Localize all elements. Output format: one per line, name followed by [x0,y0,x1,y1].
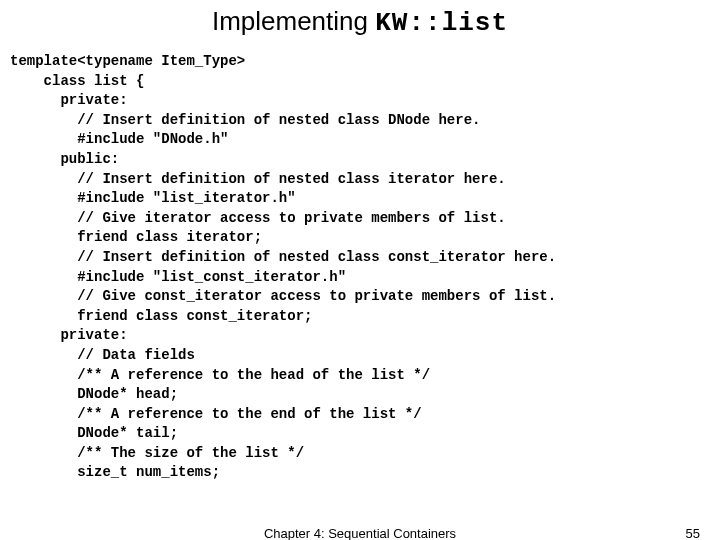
page-number: 55 [686,526,700,540]
code-line: /** A reference to the head of the list … [10,366,720,386]
code-line: // Give const_iterator access to private… [10,287,720,307]
code-line: DNode* tail; [10,424,720,444]
code-line: #include "DNode.h" [10,130,720,150]
code-line: friend class iterator; [10,228,720,248]
code-line: friend class const_iterator; [10,307,720,327]
slide-title: Implementing KW::list [0,6,720,38]
code-line: #include "list_const_iterator.h" [10,268,720,288]
code-line: // Insert definition of nested class DNo… [10,111,720,131]
code-line: size_t num_items; [10,463,720,483]
code-line: /** The size of the list */ [10,444,720,464]
code-line: DNode* head; [10,385,720,405]
title-text: Implementing [212,6,375,36]
code-line: public: [10,150,720,170]
code-line: #include "list_iterator.h" [10,189,720,209]
footer-chapter: Chapter 4: Sequential Containers [264,526,456,540]
title-code: KW::list [375,8,508,38]
code-line: // Insert definition of nested class ite… [10,170,720,190]
code-line: class list { [10,72,720,92]
code-line: // Give iterator access to private membe… [10,209,720,229]
code-line: template<typename Item_Type> [10,52,720,72]
code-line: private: [10,326,720,346]
code-line: // Insert definition of nested class con… [10,248,720,268]
code-line: // Data fields [10,346,720,366]
code-block: template<typename Item_Type> class list … [0,52,720,483]
code-line: /** A reference to the end of the list *… [10,405,720,425]
code-line: private: [10,91,720,111]
